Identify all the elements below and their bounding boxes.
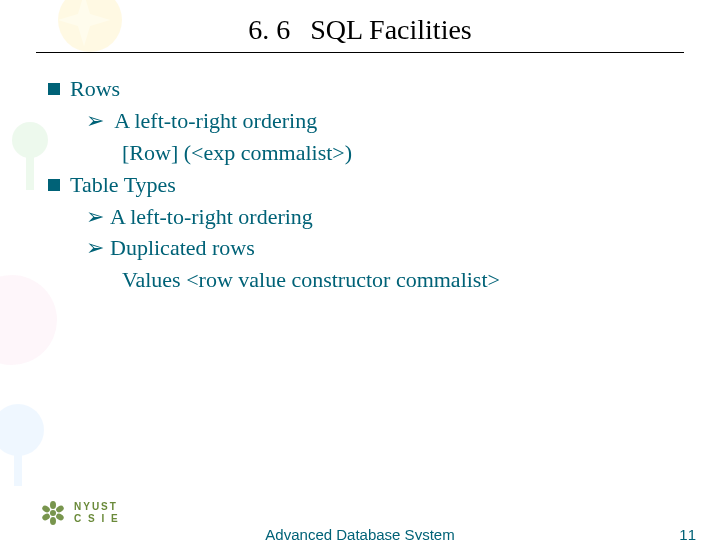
svg-point-9: [55, 512, 65, 521]
sub-line-text: [Row] (<exp commalist>): [122, 140, 352, 165]
sub-line-text: Values <row value constructor commalist>: [122, 267, 500, 292]
bullet-text: Table Types: [70, 172, 176, 197]
sub-bullet: ➢A left-to-right ordering: [48, 201, 672, 233]
title-area: 6. 6SQL Facilities: [0, 0, 720, 53]
sub-bullet: ➢Duplicated rows: [48, 232, 672, 264]
svg-point-10: [50, 517, 56, 525]
slide: 6. 6SQL Facilities Rows ➢ A left-to-righ…: [0, 0, 720, 540]
sub-bullet-text: Duplicated rows: [110, 235, 255, 260]
sub-bullet-text: A left-to-right ordering: [110, 204, 313, 229]
bullet-text: Rows: [70, 76, 120, 101]
svg-point-6: [50, 510, 56, 516]
title-text: SQL Facilities: [310, 14, 472, 45]
sub-bullet: ➢ A left-to-right ordering: [48, 105, 672, 137]
square-bullet-icon: [48, 179, 60, 191]
title-number: 6. 6: [248, 14, 290, 45]
arrow-icon: ➢: [86, 201, 104, 233]
content-area: Rows ➢ A left-to-right ordering [Row] (<…: [48, 73, 672, 296]
square-bullet-icon: [48, 83, 60, 95]
sub-bullet-text: A left-to-right ordering: [114, 108, 317, 133]
svg-point-8: [55, 504, 65, 513]
svg-point-11: [41, 512, 51, 521]
logo-text: NYUST C S I E: [74, 501, 120, 525]
title-underline: [36, 52, 684, 53]
logo-line2: C S I E: [74, 513, 120, 525]
svg-point-1: [12, 122, 48, 158]
arrow-icon: ➢: [86, 105, 104, 137]
slide-title: 6. 6SQL Facilities: [248, 14, 472, 46]
svg-point-4: [0, 404, 44, 456]
bullet-rows: Rows: [48, 73, 672, 105]
bullet-table-types: Table Types: [48, 169, 672, 201]
logo-line1: NYUST: [74, 501, 120, 513]
page-number: 11: [679, 526, 696, 540]
svg-point-12: [41, 504, 51, 513]
sub-line: [Row] (<exp commalist>): [48, 137, 672, 169]
arrow-icon: ➢: [86, 232, 104, 264]
svg-rect-5: [14, 448, 22, 486]
logo-mark-icon: [40, 500, 66, 526]
logo: NYUST C S I E: [40, 500, 120, 526]
sub-line: Values <row value constructor commalist>: [48, 264, 672, 296]
svg-rect-2: [26, 150, 34, 190]
svg-point-7: [50, 501, 56, 509]
footer-title: Advanced Database System: [0, 526, 720, 540]
